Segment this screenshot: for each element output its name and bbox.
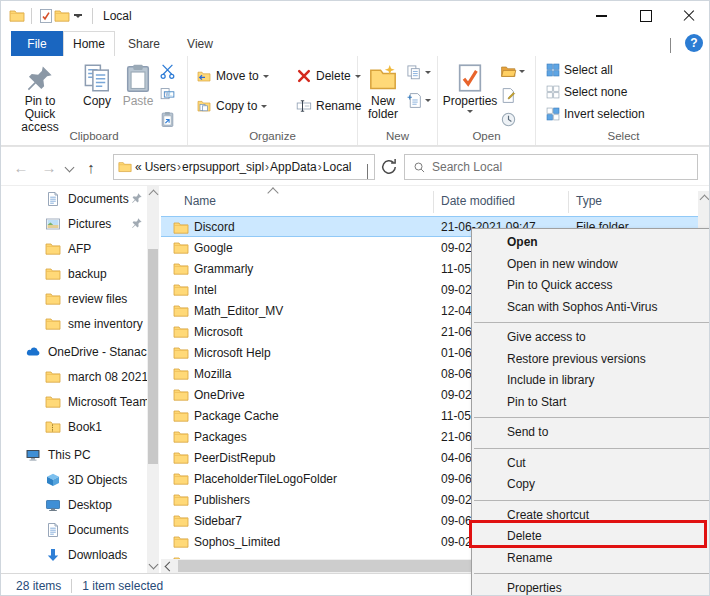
sidebar-item-onedrive-stanac[interactable]: OneDrive - Stanac bbox=[1, 339, 147, 364]
tab-view[interactable]: View bbox=[173, 31, 227, 56]
sidebar-item-documents[interactable]: Documents bbox=[1, 186, 147, 211]
button-label: Properties bbox=[443, 95, 498, 108]
button-label: Paste bbox=[123, 95, 154, 108]
column-header-date-modified[interactable]: Date modified bbox=[441, 194, 515, 208]
close-button[interactable] bbox=[669, 1, 709, 31]
rename-button[interactable]: Rename bbox=[296, 98, 361, 114]
sidebar-scrollbar[interactable] bbox=[147, 186, 159, 573]
select-none-button[interactable]: Select none bbox=[546, 85, 627, 99]
window-title: Local bbox=[103, 9, 132, 23]
sidebar-item-backup[interactable]: backup bbox=[1, 261, 147, 286]
address-bar[interactable]: « Users›erpsupport_sipl›AppData›Local bbox=[113, 154, 375, 180]
copy-button[interactable]: Copy bbox=[77, 59, 117, 108]
scroll-left-icon[interactable] bbox=[165, 562, 175, 572]
new-item-button[interactable] bbox=[406, 92, 431, 109]
maximize-button[interactable] bbox=[626, 1, 666, 31]
cut-button[interactable] bbox=[159, 63, 176, 80]
recent-locations-button[interactable] bbox=[61, 147, 77, 187]
sidebar-item-desktop[interactable]: Desktop bbox=[1, 492, 147, 517]
file-name: Package Cache bbox=[194, 409, 279, 423]
menu-item-restore-previous-versions[interactable]: Restore previous versions bbox=[472, 349, 710, 371]
column-header-name[interactable]: Name bbox=[184, 194, 216, 208]
refresh-button[interactable] bbox=[379, 157, 399, 177]
desktop-icon bbox=[45, 497, 61, 513]
copy-to-icon bbox=[196, 98, 212, 114]
sidebar-item-downloads[interactable]: Downloads bbox=[1, 542, 147, 567]
tab-share[interactable]: Share bbox=[115, 31, 173, 56]
sidebar-item-review-files[interactable]: review files bbox=[1, 286, 147, 311]
group-label: Select bbox=[536, 130, 710, 142]
delete-button[interactable]: Delete bbox=[296, 68, 361, 84]
column-header-type[interactable]: Type bbox=[576, 194, 602, 208]
menu-item-properties[interactable]: Properties bbox=[472, 578, 710, 596]
menu-item-pin-to-quick-access[interactable]: Pin to Quick access bbox=[472, 275, 710, 297]
sidebar-item-book1[interactable]: Book1 bbox=[1, 414, 147, 439]
quick-access-toolbar-dropdown-icon[interactable] bbox=[74, 14, 82, 18]
column-divider[interactable] bbox=[433, 191, 434, 213]
sidebar-item-march-08-2021[interactable]: march 08 2021 bbox=[1, 364, 147, 389]
folder-icon bbox=[173, 513, 189, 529]
rename-icon bbox=[296, 98, 312, 114]
scroll-up-icon[interactable] bbox=[149, 190, 159, 200]
invert-selection-button[interactable]: Invert selection bbox=[546, 107, 645, 121]
file-name: PeerDistRepub bbox=[194, 451, 275, 465]
sidebar-item-afp[interactable]: AFP bbox=[1, 236, 147, 261]
menu-item-rename[interactable]: Rename bbox=[472, 548, 710, 570]
sidebar-item-this-pc[interactable]: This PC bbox=[1, 442, 147, 467]
move-to-button[interactable]: Move to bbox=[196, 68, 269, 84]
menu-item-copy[interactable]: Copy bbox=[472, 474, 710, 496]
breadcrumb-segment[interactable]: Users bbox=[145, 160, 176, 174]
properties-button[interactable]: Properties bbox=[444, 59, 496, 113]
sidebar-item-sme-inventory[interactable]: sme inventory bbox=[1, 311, 147, 336]
collapse-ribbon-button[interactable] bbox=[670, 39, 679, 48]
properties-check-icon[interactable] bbox=[38, 8, 54, 24]
pin-to-quick-access-button[interactable]: Pin to Quick access bbox=[9, 59, 71, 134]
scrollbar-thumb[interactable] bbox=[148, 249, 158, 464]
sidebar-item-label: review files bbox=[68, 292, 127, 306]
menu-item-scan-with-sophos-anti-virus[interactable]: Scan with Sophos Anti-Virus bbox=[472, 297, 710, 319]
sidebar-item-microsoft-teams[interactable]: Microsoft Teams bbox=[1, 389, 147, 414]
scroll-up-icon[interactable] bbox=[700, 195, 710, 205]
address-dropdown-button[interactable] bbox=[367, 164, 368, 178]
select-all-button[interactable]: Select all bbox=[546, 63, 613, 77]
button-label: Select none bbox=[564, 85, 627, 99]
minimize-icon bbox=[596, 15, 607, 17]
group-label: Clipboard bbox=[1, 130, 187, 142]
menu-item-cut[interactable]: Cut bbox=[472, 453, 710, 475]
breadcrumb-segment[interactable]: erpsupport_sipl bbox=[182, 160, 264, 174]
copy-to-button[interactable]: Copy to bbox=[196, 98, 267, 114]
scroll-down-icon[interactable] bbox=[149, 560, 159, 570]
easy-access-button[interactable] bbox=[406, 64, 431, 81]
tab-home[interactable]: Home bbox=[63, 31, 115, 56]
breadcrumb-segment[interactable]: Local bbox=[323, 160, 352, 174]
menu-item-give-access-to[interactable]: Give access to bbox=[472, 327, 710, 349]
forward-button[interactable]: → bbox=[37, 147, 61, 187]
sidebar-item-pictures[interactable]: Pictures bbox=[1, 211, 147, 236]
scissors-icon bbox=[159, 63, 176, 80]
paste-shortcut-button[interactable] bbox=[159, 111, 176, 128]
folder-icon[interactable] bbox=[54, 8, 70, 24]
edit-button[interactable] bbox=[500, 87, 517, 104]
menu-item-include-in-library[interactable]: Include in library bbox=[472, 370, 710, 392]
paste-button[interactable]: Paste bbox=[119, 59, 157, 108]
up-button[interactable]: ↑ bbox=[79, 147, 103, 187]
menu-item-pin-to-start[interactable]: Pin to Start bbox=[472, 392, 710, 414]
minimize-button[interactable] bbox=[581, 1, 621, 31]
sidebar-item-documents[interactable]: Documents bbox=[1, 517, 147, 542]
menu-item-open-in-new-window[interactable]: Open in new window bbox=[472, 254, 710, 276]
menu-item-send-to[interactable]: Send to bbox=[472, 422, 710, 444]
open-button[interactable] bbox=[500, 63, 525, 80]
tab-file[interactable]: File bbox=[11, 31, 63, 56]
menu-item-open[interactable]: Open bbox=[472, 232, 710, 254]
column-divider[interactable] bbox=[568, 191, 569, 213]
back-button[interactable]: ← bbox=[9, 147, 33, 187]
copy-path-button[interactable]: W.. bbox=[159, 87, 176, 104]
new-folder-button[interactable]: New folder bbox=[360, 59, 406, 121]
search-input[interactable]: Search Local bbox=[404, 154, 698, 180]
help-button[interactable]: ? bbox=[685, 34, 703, 52]
sidebar-item-3d-objects[interactable]: 3D Objects bbox=[1, 467, 147, 492]
button-label: Delete bbox=[316, 69, 351, 83]
breadcrumb-segment[interactable]: AppData bbox=[270, 160, 317, 174]
ribbon-group-new: New folder New bbox=[358, 56, 438, 145]
history-button[interactable] bbox=[500, 111, 517, 128]
